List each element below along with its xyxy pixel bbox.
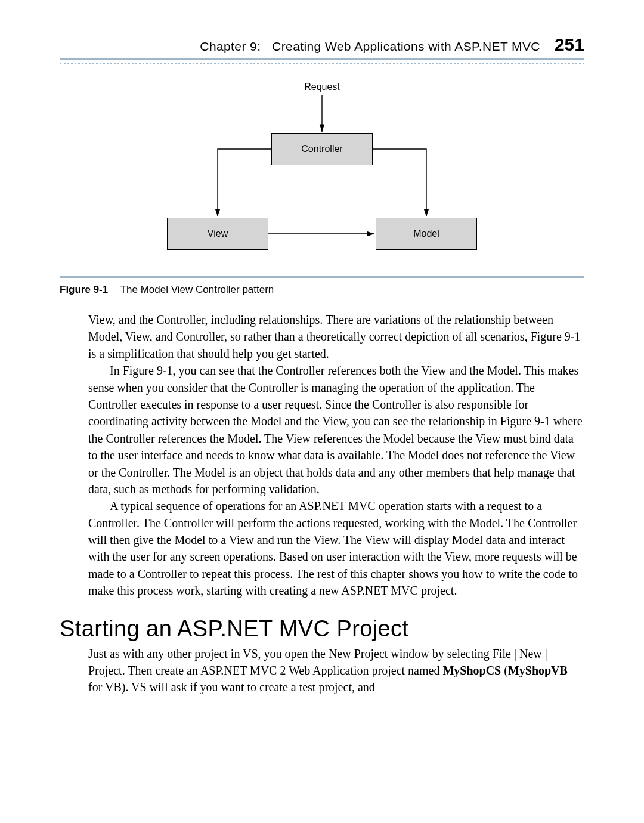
diagram-connectors bbox=[131, 82, 513, 273]
figure-caption-text: The Model View Controller pattern bbox=[120, 284, 274, 295]
mvc-diagram: Request Controller View Model bbox=[131, 82, 513, 273]
body-paragraph: In Figure 9-1, you can see that the Cont… bbox=[88, 362, 584, 497]
figure-caption: Figure 9-1 The Model View Controller pat… bbox=[60, 284, 584, 296]
body-paragraph: View, and the Controller, including rela… bbox=[88, 311, 584, 362]
bold-text: MyShopCS bbox=[442, 664, 501, 677]
bold-text: MyShopVB bbox=[508, 664, 568, 677]
body-paragraph: A typical sequence of operations for an … bbox=[88, 497, 584, 599]
page-number: 251 bbox=[555, 35, 584, 55]
chapter-label: Chapter 9: Creating Web Applications wit… bbox=[200, 39, 540, 54]
chapter-title: Creating Web Applications with ASP.NET M… bbox=[272, 39, 540, 53]
text-run: for VB). VS will ask if you want to crea… bbox=[88, 680, 375, 694]
text-run: ( bbox=[501, 664, 508, 677]
page: Chapter 9: Creating Web Applications wit… bbox=[0, 0, 644, 720]
running-header: Chapter 9: Creating Web Applications wit… bbox=[60, 35, 584, 60]
figure-rule bbox=[60, 276, 584, 278]
body-paragraph: Just as with any other project in VS, yo… bbox=[88, 645, 584, 696]
chapter-number: Chapter 9: bbox=[200, 39, 261, 53]
section-heading: Starting an ASP.NET MVC Project bbox=[60, 616, 584, 642]
figure-label: Figure 9-1 bbox=[60, 284, 108, 295]
